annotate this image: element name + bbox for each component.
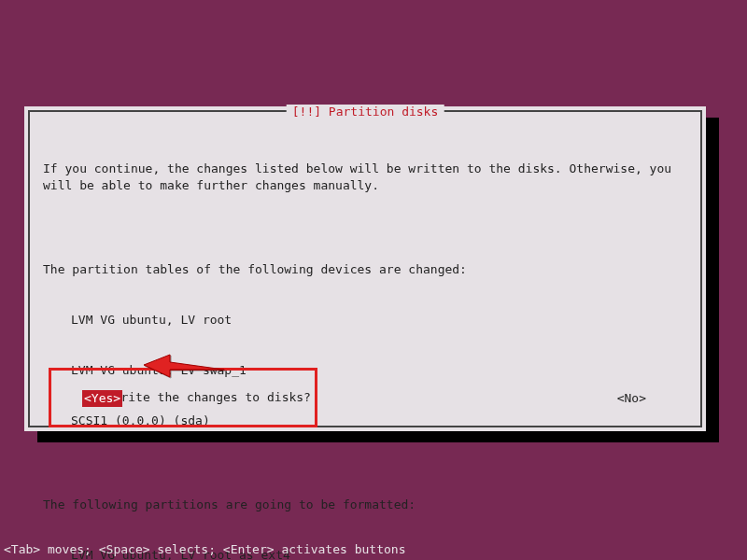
- dialog-title: [!!] Partition disks: [287, 105, 444, 119]
- table-item: LVM VG ubuntu, LV root: [43, 312, 687, 329]
- intro-text: If you continue, the changes listed belo…: [43, 161, 687, 194]
- format-heading: The following partitions are going to be…: [43, 497, 687, 513]
- button-row: <Yes> <No>: [52, 390, 678, 407]
- partition-dialog: [!!] Partition disks If you continue, th…: [24, 106, 706, 431]
- dialog-content: If you continue, the changes listed belo…: [43, 127, 687, 413]
- dialog-border: [!!] Partition disks If you continue, th…: [28, 110, 702, 427]
- yes-button[interactable]: <Yes>: [82, 390, 122, 407]
- tables-heading: The partition tables of the following de…: [43, 261, 687, 278]
- footer-hint: <Tab> moves; <Space> selects; <Enter> ac…: [4, 542, 405, 556]
- no-button[interactable]: <No>: [615, 390, 648, 407]
- arrow-annotation-icon: [142, 351, 226, 379]
